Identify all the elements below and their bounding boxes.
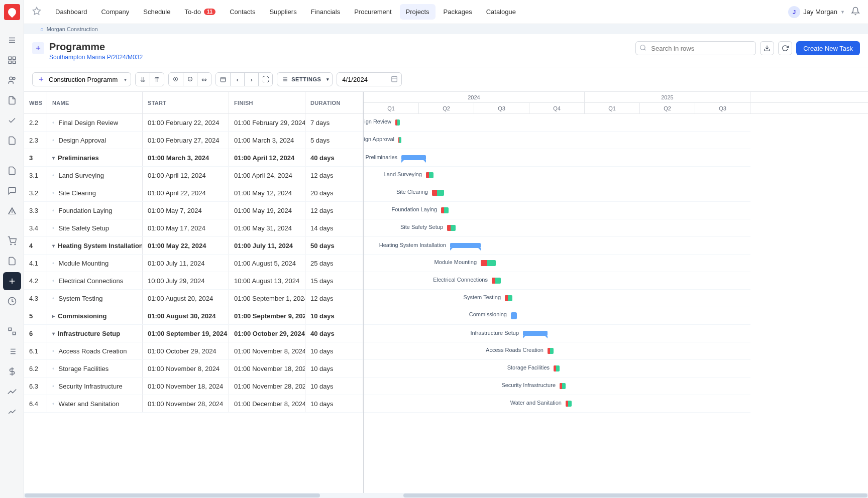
next-button[interactable]: › — [244, 73, 258, 86]
go-today-button[interactable] — [216, 73, 230, 86]
prev-button[interactable]: ‹ — [230, 73, 244, 86]
app-logo[interactable] — [4, 4, 20, 20]
expand-all-button[interactable]: ⇈ — [150, 73, 164, 86]
rail-trend-icon[interactable] — [3, 383, 21, 401]
table-row[interactable]: 6.2•Storage Facilities01:00 November 8, … — [24, 360, 363, 378]
table-row[interactable]: 6.3•Security Infrastructure01:00 Novembe… — [24, 378, 363, 395]
gantt-task-bar[interactable]: ign Review — [395, 119, 400, 126]
rail-doc4-icon[interactable] — [3, 252, 21, 270]
chevron-down-icon[interactable]: ▾ — [52, 331, 55, 336]
rail-list-icon[interactable] — [3, 31, 21, 49]
export-button[interactable] — [760, 41, 774, 55]
gantt-task-bar[interactable]: Access Roads Creation — [548, 348, 554, 354]
rail-chat-icon[interactable] — [3, 182, 21, 200]
create-task-button[interactable]: Create New Task — [796, 41, 860, 55]
col-header-finish[interactable]: FINISH — [229, 92, 305, 114]
gantt-task-bar[interactable]: Security Infrastructure — [560, 383, 566, 389]
zoom-out-button[interactable] — [183, 73, 197, 86]
cell-finish: 01:00 September 1, 2024 — [229, 290, 305, 307]
col-header-duration[interactable]: DURATION — [305, 92, 363, 114]
cell-duration: 12 days — [305, 290, 363, 307]
nav-link-procurement[interactable]: Procurement — [348, 4, 397, 20]
refresh-button[interactable] — [778, 41, 792, 55]
table-row[interactable]: 4.1•Module Mounting01:00 July 11, 202401… — [24, 255, 363, 272]
timeline-row: Site Safety Setup — [364, 219, 750, 237]
gantt-summary-bar[interactable]: Commissioning — [511, 312, 517, 319]
rail-dollar-icon[interactable] — [3, 362, 21, 381]
settings-button[interactable]: SETTINGS — [277, 72, 333, 86]
gantt-task-bar[interactable]: System Testing — [505, 295, 512, 301]
rail-doc2-icon[interactable] — [3, 132, 21, 150]
rail-doc3-icon[interactable] — [3, 162, 21, 180]
table-row[interactable]: 4.3•System Testing01:00 August 20, 20240… — [24, 290, 363, 307]
nav-link-to-do[interactable]: To-do11 — [178, 4, 222, 20]
gantt-summary-bar[interactable]: Heating System Installation — [450, 243, 481, 248]
gantt-timeline-pane[interactable]: 20242025Q1Q2Q3Q4Q1Q2Q3 ign Reviewign App… — [364, 92, 868, 498]
chevron-right-icon[interactable]: ▸ — [52, 313, 55, 319]
col-header-wbs[interactable]: WBS — [24, 92, 47, 114]
rail-cart-icon[interactable] — [3, 232, 21, 250]
favorite-icon[interactable] — [32, 7, 41, 17]
table-row[interactable]: 6▾Infrastructure Setup01:00 September 19… — [24, 325, 363, 342]
user-menu[interactable]: J Jay Morgan ▼ — [788, 6, 845, 18]
gantt-grid-pane[interactable]: WBS NAME START FINISH DURATION 2.2•Final… — [24, 92, 364, 498]
nav-link-catalogue[interactable]: Catalogue — [480, 4, 522, 20]
rail-warning-icon[interactable] — [3, 202, 21, 220]
rail-grid-icon[interactable] — [3, 51, 21, 69]
search-input[interactable] — [635, 41, 756, 55]
gantt-summary-bar[interactable]: Preliminaries — [401, 155, 426, 160]
page-subtitle[interactable]: Southampton Marina P/2024/M032 — [49, 54, 143, 61]
table-row[interactable]: 3.2•Site Clearing01:00 April 22, 202401:… — [24, 184, 363, 202]
collapse-all-button[interactable]: ⇊ — [136, 73, 150, 86]
gantt-task-bar[interactable]: ign Approval — [398, 137, 401, 143]
rail-clock-icon[interactable] — [3, 292, 21, 310]
rail-check-icon[interactable] — [3, 111, 21, 130]
rail-chart-icon[interactable] — [3, 403, 21, 421]
gantt-task-bar[interactable]: Electrical Connections — [492, 278, 501, 284]
rail-layers-icon[interactable] — [3, 322, 21, 340]
table-row[interactable]: 2.3•Design Approval01:00 February 27, 20… — [24, 132, 363, 149]
table-row[interactable]: 6.1•Access Roads Creation01:00 October 2… — [24, 342, 363, 360]
chevron-down-icon[interactable]: ▾ — [52, 155, 55, 161]
nav-link-schedule[interactable]: Schedule — [137, 4, 176, 20]
breadcrumb-home-icon[interactable]: ⌂ — [40, 26, 44, 32]
col-header-name[interactable]: NAME — [47, 92, 143, 114]
gantt-task-bar[interactable]: Site Clearing — [432, 190, 444, 196]
gantt-task-bar[interactable]: Land Surveying — [426, 172, 433, 178]
rail-list2-icon[interactable] — [3, 342, 21, 360]
table-row[interactable]: 3.1•Land Surveying01:00 April 12, 202401… — [24, 167, 363, 184]
gantt-task-bar[interactable]: Module Mounting — [481, 260, 496, 266]
rail-gantt-icon[interactable] — [3, 272, 21, 290]
nav-link-packages[interactable]: Packages — [438, 4, 478, 20]
gantt-task-bar[interactable]: Foundation Laying — [441, 207, 449, 213]
nav-link-projects[interactable]: Projects — [400, 4, 436, 20]
table-row[interactable]: 2.2•Final Design Review01:00 February 22… — [24, 114, 363, 132]
fit-horizontal-button[interactable]: ⇔ — [197, 73, 211, 86]
col-header-start[interactable]: START — [143, 92, 229, 114]
table-row[interactable]: 3▾Preliminaries01:00 March 3, 202401:00 … — [24, 149, 363, 167]
rail-doc-icon[interactable] — [3, 91, 21, 109]
table-row[interactable]: 6.4•Water and Sanitation01:00 November 2… — [24, 395, 363, 413]
breadcrumb-company[interactable]: Morgan Construction — [47, 26, 98, 32]
nav-link-company[interactable]: Company — [95, 4, 136, 20]
gantt-summary-bar[interactable]: Infrastructure Setup — [523, 331, 548, 336]
gantt-task-bar[interactable]: Water and Sanitation — [566, 401, 572, 407]
rail-users-icon[interactable] — [3, 71, 21, 89]
fullscreen-button[interactable]: ⛶ — [258, 73, 272, 86]
nav-link-dashboard[interactable]: Dashboard — [49, 4, 93, 20]
nav-link-suppliers[interactable]: Suppliers — [263, 4, 302, 20]
zoom-in-button[interactable] — [169, 73, 183, 86]
table-row[interactable]: 4.2•Electrical Connections10:00 July 29,… — [24, 272, 363, 290]
gantt-task-bar[interactable]: Site Safety Setup — [447, 225, 456, 231]
table-row[interactable]: 5▸Commissioning01:00 August 30, 202401:0… — [24, 307, 363, 325]
nav-link-contacts[interactable]: Contacts — [224, 4, 261, 20]
gantt-task-bar[interactable]: Storage Facilities — [554, 365, 560, 371]
nav-link-financials[interactable]: Financials — [305, 4, 347, 20]
table-row[interactable]: 3.4•Site Safety Setup01:00 May 17, 20240… — [24, 219, 363, 237]
chevron-down-icon[interactable]: ▾ — [52, 243, 55, 248]
programme-dropdown[interactable]: Construction Programm — [32, 72, 131, 86]
table-row[interactable]: 3.3•Foundation Laying01:00 May 7, 202401… — [24, 202, 363, 219]
table-row[interactable]: 4▾Heating System Installation01:00 May 2… — [24, 237, 363, 255]
bell-icon[interactable] — [851, 7, 860, 17]
h-scrollbar[interactable] — [24, 493, 868, 498]
